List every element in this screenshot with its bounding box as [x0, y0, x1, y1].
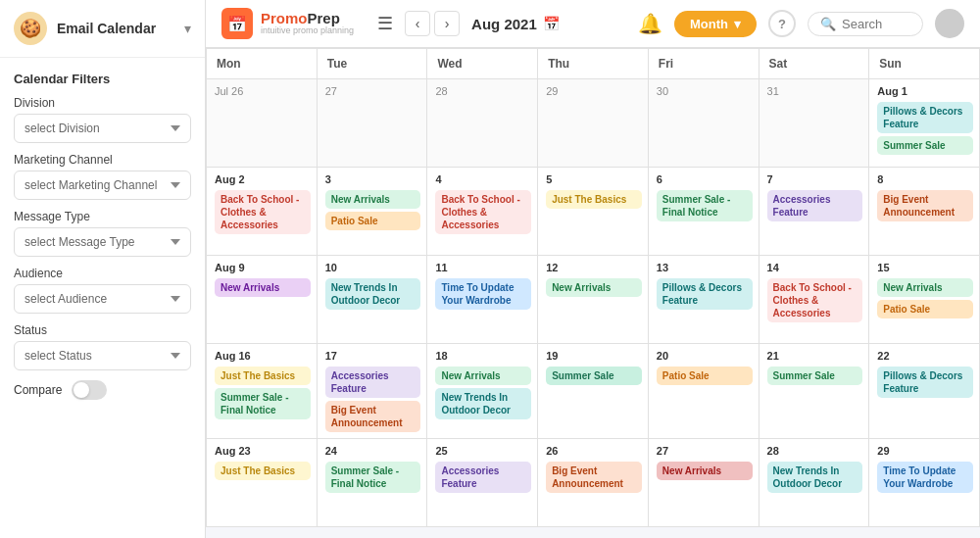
filters-title: Calendar Filters: [14, 72, 191, 86]
date-number: 6: [657, 173, 753, 185]
sidebar-title: Email Calendar: [57, 21, 174, 36]
event-pill[interactable]: Time To Update Your Wardrobe: [877, 462, 973, 493]
event-pill[interactable]: Just The Basics: [215, 462, 311, 480]
event-pill[interactable]: Time To Update Your Wardrobe: [435, 278, 531, 310]
day-header-mon: Mon: [207, 49, 318, 79]
event-pill[interactable]: Big Event Announcement: [877, 190, 973, 221]
nav-month: Aug 2021 📅: [471, 16, 560, 32]
prev-month-button[interactable]: ‹: [405, 11, 430, 36]
event-pill[interactable]: New Arrivals: [215, 278, 311, 297]
event-pill[interactable]: New Arrivals: [325, 190, 421, 209]
event-pill[interactable]: New Arrivals: [546, 278, 642, 297]
logo-area: 📅 PromoPrep intuitive promo planning: [221, 8, 354, 39]
event-pill[interactable]: New Arrivals: [657, 462, 753, 480]
marketing-select[interactable]: select Marketing Channel: [14, 171, 191, 200]
date-number: 10: [325, 262, 421, 273]
calendar-wrap: MonTueWedThuFriSatSunJul 262728293031Aug…: [206, 48, 980, 538]
calendar-icon[interactable]: 📅: [543, 16, 560, 31]
month-view-button[interactable]: Month ▾: [674, 11, 757, 37]
event-pill[interactable]: Patio Sale: [657, 367, 753, 385]
event-pill[interactable]: Patio Sale: [325, 212, 421, 230]
sidebar-chevron-icon[interactable]: ▾: [184, 21, 191, 36]
date-number: 27: [657, 445, 753, 457]
cal-cell: Jul 26: [207, 79, 318, 168]
help-button[interactable]: ?: [768, 10, 796, 37]
cal-cell: 21Summer Sale: [760, 344, 870, 439]
date-number: 5: [546, 173, 642, 185]
event-pill[interactable]: Accessories Feature: [325, 367, 421, 398]
event-pill[interactable]: Accessories Feature: [435, 462, 531, 493]
day-header-tue: Tue: [318, 49, 428, 79]
date-number: 12: [546, 262, 642, 273]
event-pill[interactable]: Big Event Announcement: [546, 462, 642, 493]
event-pill[interactable]: Accessories Feature: [767, 190, 863, 221]
bell-button[interactable]: 🔔: [638, 12, 662, 35]
division-label: Division: [14, 96, 191, 110]
event-pill[interactable]: Pillows & Decors Feature: [657, 278, 753, 310]
event-pill[interactable]: Summer Sale - Final Notice: [215, 388, 311, 419]
compare-label: Compare: [14, 383, 62, 397]
compare-row: Compare: [14, 380, 191, 400]
event-pill[interactable]: New Trends In Outdoor Decor: [767, 462, 863, 493]
event-pill[interactable]: Summer Sale: [877, 136, 973, 155]
cal-cell: 31: [760, 79, 870, 168]
month-btn-chevron: ▾: [734, 17, 741, 31]
event-pill[interactable]: New Trends In Outdoor Decor: [435, 388, 531, 419]
event-pill[interactable]: Summer Sale - Final Notice: [657, 190, 753, 221]
event-pill[interactable]: Summer Sale: [767, 367, 863, 385]
date-number: 29: [546, 85, 642, 97]
cal-cell: 19Summer Sale: [538, 344, 649, 439]
event-pill[interactable]: New Arrivals: [435, 367, 531, 385]
event-pill[interactable]: Pillows & Decors Feature: [877, 367, 973, 398]
cal-cell: 27: [318, 79, 428, 168]
hamburger-icon[interactable]: ☰: [377, 13, 393, 34]
search-input[interactable]: [842, 17, 910, 31]
event-pill[interactable]: Just The Basics: [215, 367, 311, 385]
cal-cell: 29Time To Update Your Wardrobe: [869, 439, 980, 527]
date-number: 17: [325, 350, 421, 362]
event-pill[interactable]: Summer Sale: [546, 367, 642, 385]
date-number: 4: [435, 173, 531, 185]
division-select[interactable]: select Division: [14, 114, 191, 143]
date-number: 26: [546, 445, 642, 457]
cal-cell: 6Summer Sale - Final Notice: [649, 168, 760, 256]
day-header-sat: Sat: [760, 49, 870, 79]
cal-cell: Aug 16Just The BasicsSummer Sale - Final…: [207, 344, 318, 439]
day-header-wed: Wed: [427, 49, 538, 79]
event-pill[interactable]: Just The Basics: [546, 190, 642, 209]
logo-text: PromoPrep intuitive promo planning: [261, 11, 354, 36]
event-pill[interactable]: Back To School - Clothes & Accessories: [767, 278, 863, 322]
cal-cell: 24Summer Sale - Final Notice: [318, 439, 428, 527]
event-pill[interactable]: Pillows & Decors Feature: [877, 102, 973, 133]
event-pill[interactable]: Back To School - Clothes & Accessories: [215, 190, 311, 234]
event-pill[interactable]: Big Event Announcement: [325, 401, 421, 432]
date-number: 8: [877, 173, 973, 185]
current-month-label: Aug 2021: [471, 16, 537, 32]
message-label: Message Type: [14, 210, 191, 223]
date-number: 20: [657, 350, 753, 362]
cal-cell: 4Back To School - Clothes & Accessories: [427, 168, 538, 256]
compare-toggle[interactable]: [72, 380, 107, 400]
audience-select[interactable]: select Audience: [14, 284, 191, 314]
date-number: 28: [435, 85, 531, 97]
date-number: 24: [325, 445, 421, 457]
date-number: 15: [877, 262, 973, 273]
status-select[interactable]: select Status: [14, 341, 191, 370]
event-pill[interactable]: Patio Sale: [877, 300, 973, 318]
cal-cell: 26Big Event Announcement: [538, 439, 649, 527]
cal-cell: 30: [649, 79, 760, 168]
day-header-thu: Thu: [538, 49, 649, 79]
search-icon: 🔍: [820, 17, 836, 31]
audience-filter-group: Audience select Audience: [14, 267, 191, 314]
day-header-sun: Sun: [869, 49, 980, 79]
date-number: 29: [877, 445, 973, 457]
user-avatar[interactable]: [935, 9, 964, 38]
event-pill[interactable]: New Arrivals: [877, 278, 973, 297]
event-pill[interactable]: New Trends In Outdoor Decor: [325, 278, 421, 310]
event-pill[interactable]: Back To School - Clothes & Accessories: [435, 190, 531, 234]
cal-cell: 28New Trends In Outdoor Decor: [760, 439, 870, 527]
event-pill[interactable]: Summer Sale - Final Notice: [325, 462, 421, 493]
next-month-button[interactable]: ›: [434, 11, 460, 36]
message-select[interactable]: select Message Type: [14, 227, 191, 257]
status-label: Status: [14, 323, 191, 337]
